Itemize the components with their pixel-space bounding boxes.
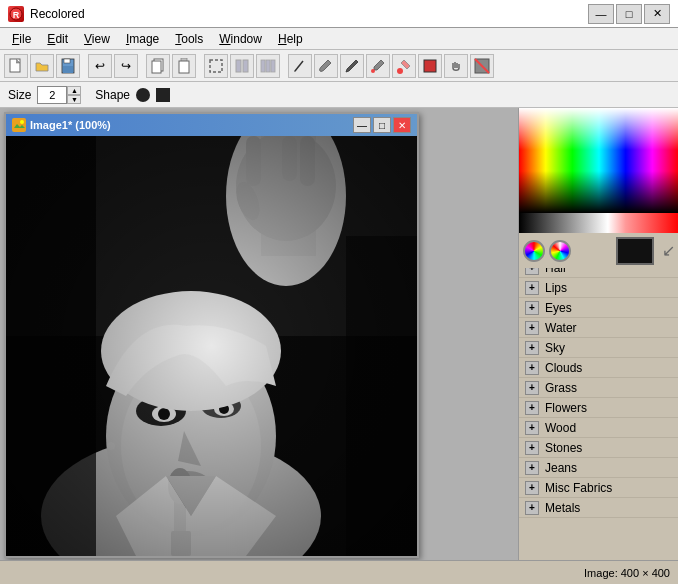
category-expand-flowers[interactable]: + <box>525 401 539 415</box>
image-close-button[interactable]: ✕ <box>393 117 411 133</box>
image-maximize-button[interactable]: □ <box>373 117 391 133</box>
category-expand-sky[interactable]: + <box>525 341 539 355</box>
color-gradient[interactable] <box>519 108 678 213</box>
menu-help[interactable]: Help <box>270 30 311 48</box>
cols3-button[interactable] <box>256 54 280 78</box>
category-item-jeans[interactable]: +Jeans <box>519 458 678 478</box>
shape-label: Shape <box>95 88 130 102</box>
svg-rect-14 <box>266 60 270 72</box>
menu-tools[interactable]: Tools <box>167 30 211 48</box>
paste-button[interactable] <box>172 54 196 78</box>
image-canvas[interactable] <box>6 136 417 556</box>
redo-button[interactable]: ↪ <box>114 54 138 78</box>
main-area: Image1* (100%) — □ ✕ <box>0 108 678 560</box>
color-swatch[interactable] <box>616 237 654 265</box>
color-strip[interactable] <box>519 213 678 233</box>
size-label: Size <box>8 88 31 102</box>
col-select-button[interactable] <box>230 54 254 78</box>
category-expand-misc-fabrics[interactable]: + <box>525 481 539 495</box>
category-expand-lips[interactable]: + <box>525 281 539 295</box>
category-item-misc-fabrics[interactable]: +Misc Fabrics <box>519 478 678 498</box>
category-expand-stones[interactable]: + <box>525 441 539 455</box>
menu-view[interactable]: View <box>76 30 118 48</box>
rect-button[interactable] <box>418 54 442 78</box>
svg-rect-24 <box>12 118 26 132</box>
category-label-stones: Stones <box>545 441 582 455</box>
undo-button[interactable]: ↩ <box>88 54 112 78</box>
color-circle-icon[interactable] <box>549 240 571 262</box>
title-bar: R Recolored — □ ✕ <box>0 0 678 28</box>
menu-edit[interactable]: Edit <box>39 30 76 48</box>
menu-window[interactable]: Window <box>211 30 270 48</box>
close-button[interactable]: ✕ <box>644 4 670 24</box>
category-expand-clouds[interactable]: + <box>525 361 539 375</box>
new-button[interactable] <box>4 54 28 78</box>
category-item-stones[interactable]: +Stones <box>519 438 678 458</box>
category-label-water: Water <box>545 321 577 335</box>
fill-button[interactable] <box>392 54 416 78</box>
category-item-wood[interactable]: +Wood <box>519 418 678 438</box>
svg-rect-21 <box>424 60 436 72</box>
category-expand-jeans[interactable]: + <box>525 461 539 475</box>
swap-colors-icon[interactable]: ↙ <box>662 241 675 260</box>
maximize-button[interactable]: □ <box>616 4 642 24</box>
decolor-button[interactable] <box>470 54 494 78</box>
menu-image[interactable]: Image <box>118 30 167 48</box>
shape-circle-option[interactable] <box>136 88 150 102</box>
image-window-controls: — □ ✕ <box>353 117 411 133</box>
category-expand-grass[interactable]: + <box>525 381 539 395</box>
category-label-jeans: Jeans <box>545 461 577 475</box>
category-item-water[interactable]: +Water <box>519 318 678 338</box>
svg-rect-7 <box>152 61 161 73</box>
status-text: Image: 400 × 400 <box>584 567 670 579</box>
category-item-grass[interactable]: +Grass <box>519 378 678 398</box>
category-expand-water[interactable]: + <box>525 321 539 335</box>
category-label-grass: Grass <box>545 381 577 395</box>
shape-square-option[interactable] <box>156 88 170 102</box>
size-down-button[interactable]: ▼ <box>67 95 81 104</box>
rect-select-button[interactable] <box>204 54 228 78</box>
save-button[interactable] <box>56 54 80 78</box>
svg-rect-5 <box>63 66 73 73</box>
size-spinners: ▲ ▼ <box>67 86 81 104</box>
color-tools-row: ↙ <box>519 233 678 268</box>
color-wheel-icon[interactable] <box>523 240 545 262</box>
minimize-button[interactable]: — <box>588 4 614 24</box>
svg-rect-2 <box>10 59 20 72</box>
category-item-lips[interactable]: +Lips <box>519 278 678 298</box>
image-window: Image1* (100%) — □ ✕ <box>4 112 419 558</box>
category-label-wood: Wood <box>545 421 576 435</box>
category-item-eyes[interactable]: +Eyes <box>519 298 678 318</box>
title-bar-left: R Recolored <box>8 6 85 22</box>
svg-rect-10 <box>210 60 222 72</box>
category-label-misc-fabrics: Misc Fabrics <box>545 481 612 495</box>
category-expand-metals[interactable]: + <box>525 501 539 515</box>
pen-button[interactable] <box>340 54 364 78</box>
image-title-bar: Image1* (100%) — □ ✕ <box>6 114 417 136</box>
image-minimize-button[interactable]: — <box>353 117 371 133</box>
category-item-sky[interactable]: +Sky <box>519 338 678 358</box>
copy-button[interactable] <box>146 54 170 78</box>
menu-file[interactable]: File <box>4 30 39 48</box>
size-input[interactable]: 2 <box>37 86 67 104</box>
svg-rect-4 <box>64 59 70 63</box>
size-up-button[interactable]: ▲ <box>67 86 81 95</box>
size-stepper: 2 ▲ ▼ <box>37 86 81 104</box>
category-list: +Skin+Hair+Lips+Eyes+Water+Sky+Clouds+Gr… <box>519 238 678 560</box>
category-expand-eyes[interactable]: + <box>525 301 539 315</box>
category-item-flowers[interactable]: +Flowers <box>519 398 678 418</box>
svg-rect-11 <box>236 60 241 72</box>
svg-rect-12 <box>243 60 248 72</box>
category-item-metals[interactable]: +Metals <box>519 498 678 518</box>
menu-bar: File Edit View Image Tools Window Help <box>0 28 678 50</box>
open-button[interactable] <box>30 54 54 78</box>
canvas-area: Image1* (100%) — □ ✕ <box>0 108 518 560</box>
title-controls: — □ ✕ <box>588 4 670 24</box>
pencil-button[interactable] <box>288 54 312 78</box>
dropper-button[interactable] <box>366 54 390 78</box>
category-item-clouds[interactable]: +Clouds <box>519 358 678 378</box>
category-expand-wood[interactable]: + <box>525 421 539 435</box>
svg-rect-53 <box>6 136 417 556</box>
hand-button[interactable] <box>444 54 468 78</box>
brush-button[interactable] <box>314 54 338 78</box>
